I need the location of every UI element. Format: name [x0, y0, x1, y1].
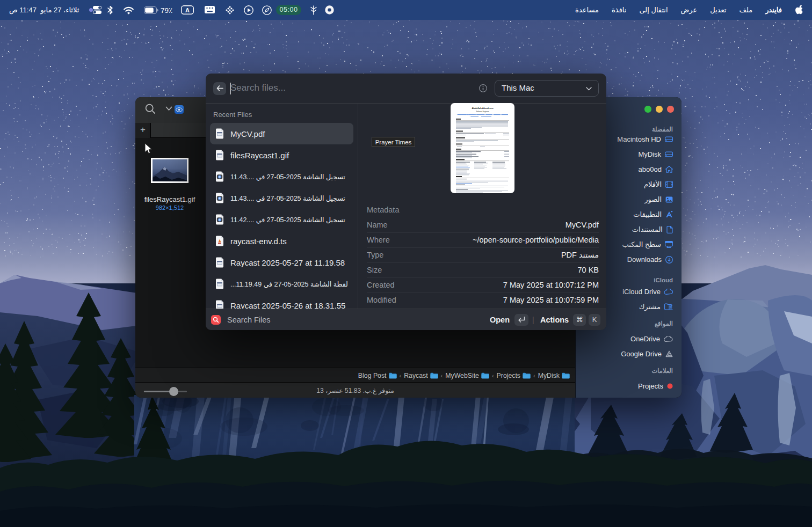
svg-text:A: A [185, 7, 190, 13]
